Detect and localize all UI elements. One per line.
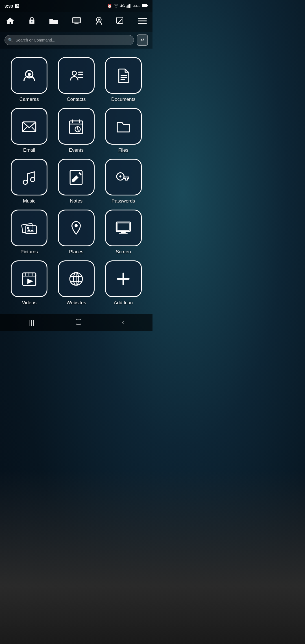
screen-item[interactable]: Screen [103, 210, 144, 255]
documents-item[interactable]: Documents [103, 57, 144, 102]
svg-rect-49 [121, 231, 126, 233]
websites-item[interactable]: Websites [56, 260, 97, 306]
email-label: Email [23, 147, 35, 153]
music-label: Music [23, 198, 35, 204]
monitor-toolbar-icon[interactable] [72, 17, 81, 27]
battery-icon [142, 4, 148, 8]
svg-point-10 [31, 21, 32, 22]
websites-label: Websites [66, 300, 86, 306]
events-item[interactable]: Events [56, 108, 97, 153]
add-icon-label: Add Icon [114, 300, 133, 306]
svg-rect-14 [74, 23, 79, 24]
edit-toolbar-icon[interactable] [116, 17, 125, 27]
add-icon-item[interactable]: Add Icon [103, 260, 144, 306]
svg-rect-19 [138, 20, 147, 21]
svg-marker-58 [27, 279, 33, 284]
home-icon[interactable] [6, 16, 15, 27]
svg-point-46 [75, 224, 78, 227]
websites-icon [58, 260, 95, 297]
svg-rect-48 [117, 223, 129, 230]
contacts-item[interactable]: Contacts [56, 57, 97, 102]
pictures-label: Pictures [21, 249, 38, 255]
events-label: Events [69, 147, 84, 153]
svg-point-39 [30, 177, 35, 182]
videos-item[interactable]: Videos [8, 260, 50, 306]
email-icon [11, 108, 47, 145]
back-button[interactable]: ‹ [122, 319, 124, 326]
status-image-icon: 🖼 [15, 4, 19, 8]
cameras-item[interactable]: Cameras [8, 57, 50, 102]
documents-icon [105, 57, 142, 94]
events-icon [58, 108, 95, 145]
search-enter-button[interactable]: ↵ [137, 34, 148, 46]
svg-rect-2 [127, 5, 128, 8]
files-label: Files [118, 147, 128, 153]
menu-icon[interactable] [138, 18, 147, 26]
toolbar [0, 12, 152, 32]
webcam-toolbar-icon[interactable] [95, 16, 103, 27]
svg-text:+: + [116, 5, 117, 6]
svg-point-38 [23, 180, 27, 184]
notes-item[interactable]: Notes [56, 159, 97, 204]
email-item[interactable]: Email [8, 108, 50, 153]
svg-point-22 [28, 73, 31, 76]
unlock-icon[interactable] [28, 16, 36, 27]
svg-rect-13 [75, 23, 78, 23]
files-icon [105, 108, 142, 145]
videos-icon [11, 260, 47, 297]
screen-icon [105, 210, 142, 246]
wifi-icon: + [114, 4, 119, 8]
folder-toolbar-icon[interactable] [49, 17, 58, 27]
svg-rect-47 [116, 222, 130, 231]
music-item[interactable]: Music [8, 159, 50, 204]
app-grid: Cameras Contacts Documents [0, 49, 152, 314]
svg-rect-3 [128, 5, 129, 8]
videos-label: Videos [22, 300, 36, 306]
battery-text: 99% [133, 4, 140, 8]
svg-rect-8 [147, 5, 148, 6]
search-input[interactable] [5, 35, 134, 45]
enter-icon: ↵ [140, 37, 145, 43]
passwords-icon [105, 159, 142, 195]
alarm-icon: ⏰ [107, 4, 112, 8]
cameras-icon [11, 57, 47, 94]
music-icon [11, 159, 47, 195]
network-badge: 4G [120, 4, 125, 8]
contacts-icon [58, 57, 95, 94]
svg-rect-12 [73, 18, 80, 22]
search-icon: 🔍 [8, 38, 13, 43]
svg-rect-44 [26, 226, 36, 234]
svg-point-42 [119, 175, 121, 177]
signal-icon [127, 4, 131, 8]
documents-label: Documents [111, 97, 136, 102]
places-icon [58, 210, 95, 246]
svg-rect-50 [119, 233, 128, 234]
status-time: 3:33 [5, 4, 13, 8]
search-wrapper: 🔍 [5, 35, 134, 45]
svg-rect-1 [127, 6, 127, 8]
add-icon [105, 260, 142, 297]
passwords-item[interactable]: Passwords [103, 159, 144, 204]
svg-line-32 [32, 127, 36, 131]
places-label: Places [69, 249, 83, 255]
svg-rect-7 [142, 5, 147, 7]
search-row: 🔍 ↵ [0, 32, 152, 49]
svg-rect-4 [129, 4, 130, 7]
svg-rect-20 [138, 23, 147, 24]
home-button[interactable] [75, 318, 82, 327]
svg-rect-5 [130, 4, 131, 8]
pictures-item[interactable]: Pictures [8, 210, 50, 255]
places-item[interactable]: Places [56, 210, 97, 255]
notes-icon [58, 159, 95, 195]
screen-label: Screen [116, 249, 131, 255]
contacts-label: Contacts [67, 97, 86, 102]
cameras-label: Cameras [19, 97, 39, 102]
recent-apps-button[interactable]: ||| [29, 319, 35, 326]
svg-point-23 [72, 71, 77, 75]
nav-bar: ||| ‹ [0, 314, 152, 331]
files-item[interactable]: Files [103, 108, 144, 153]
svg-rect-66 [76, 319, 81, 324]
svg-rect-17 [117, 17, 123, 23]
pictures-icon [11, 210, 47, 246]
svg-point-16 [98, 18, 100, 21]
